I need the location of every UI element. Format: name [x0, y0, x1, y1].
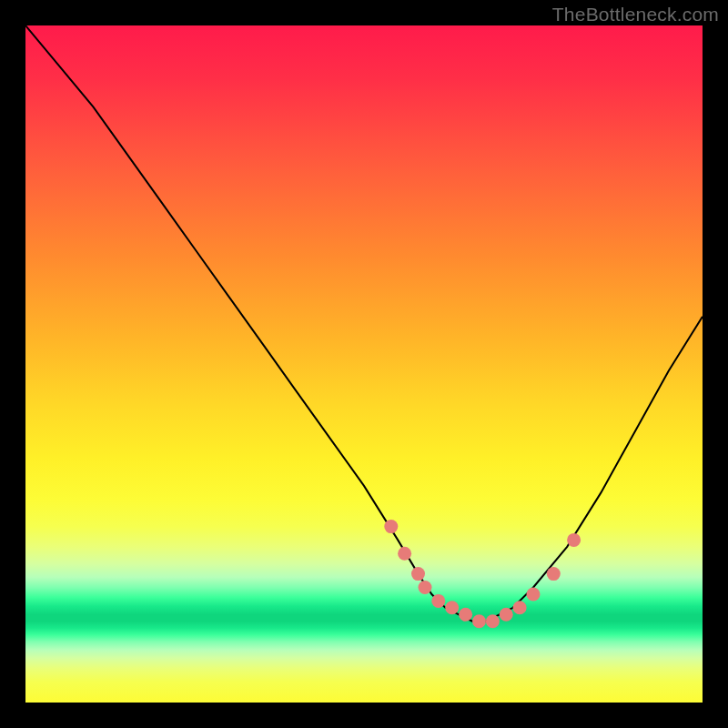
valley-dot [459, 608, 472, 622]
valley-dot [486, 614, 500, 628]
watermark-text: TheBottleneck.com [552, 4, 719, 25]
valley-dot [384, 520, 398, 533]
outer-frame: TheBottleneck.com [0, 0, 728, 728]
valley-dot [398, 547, 411, 561]
valley-dot [411, 567, 425, 581]
plot-area [25, 25, 703, 703]
valley-dots-group [384, 520, 581, 628]
chart-svg [25, 25, 703, 703]
valley-dot [567, 533, 581, 547]
valley-dot [472, 614, 486, 628]
valley-dot [547, 567, 561, 581]
valley-dot [513, 601, 527, 614]
bottleneck-curve [25, 25, 703, 622]
valley-dot [431, 594, 445, 608]
valley-dot [445, 601, 459, 614]
valley-dot [419, 581, 432, 594]
valley-dot [500, 608, 513, 622]
valley-dot [527, 588, 541, 602]
